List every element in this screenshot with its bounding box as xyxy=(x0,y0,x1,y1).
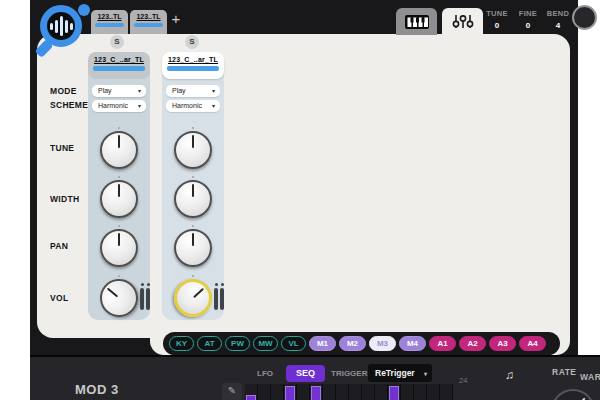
edit-pencil-icon[interactable]: ✎ xyxy=(222,383,242,400)
bend-label: BEND xyxy=(543,9,573,18)
seq-tab-active[interactable]: SEQ xyxy=(286,365,325,382)
seq-step[interactable] xyxy=(323,384,336,400)
pan-row-label: PAN xyxy=(50,241,68,251)
mod-source-a4[interactable]: A4 xyxy=(519,336,546,351)
seq-step[interactable] xyxy=(271,384,284,400)
keyboard-view-button[interactable] xyxy=(396,8,437,35)
tune-knob-strip-1[interactable] xyxy=(100,131,138,169)
header-edge-knob[interactable] xyxy=(572,5,597,30)
bend-value: 4 xyxy=(543,21,573,30)
level-meter-strip-1 xyxy=(140,283,150,310)
trigger-label: TRIGGER xyxy=(331,369,367,378)
warp-label: WARP xyxy=(580,372,600,382)
preset-tab-label: 123..TL xyxy=(130,13,167,20)
scheme-value: Harmonic xyxy=(98,102,128,109)
tab-accent-bar xyxy=(134,23,163,27)
seq-step[interactable] xyxy=(362,384,375,400)
trigger-mode-dropdown[interactable]: ReTrigger ▾ xyxy=(368,364,432,382)
seq-step[interactable] xyxy=(336,384,349,400)
seq-step[interactable] xyxy=(427,384,440,400)
scheme-dropdown-strip-1[interactable]: Harmonic ▾ xyxy=(92,100,146,112)
chevron-down-icon: ▾ xyxy=(138,100,141,112)
chevron-down-icon: ▾ xyxy=(424,365,427,383)
seq-step[interactable] xyxy=(414,384,427,400)
sample-accent-bar xyxy=(167,66,219,71)
mod-source-a3[interactable]: A3 xyxy=(489,336,516,351)
level-meter-strip-2 xyxy=(214,283,224,310)
fine-value: 0 xyxy=(513,21,543,30)
piano-keys-icon xyxy=(405,15,429,29)
scheme-dropdown-strip-2[interactable]: Harmonic ▾ xyxy=(166,100,220,112)
sample-header-strip-1[interactable]: 123_C_..ar_TL xyxy=(88,52,150,79)
mod-source-m4[interactable]: M4 xyxy=(399,336,426,351)
mode-value: Play xyxy=(98,87,112,94)
tune-value: 0 xyxy=(482,21,512,30)
mod-source-mw[interactable]: MW xyxy=(253,336,278,351)
seq-step[interactable] xyxy=(388,384,401,400)
chevron-down-icon: ▾ xyxy=(138,85,141,97)
seq-step[interactable] xyxy=(258,384,271,400)
trigger-mode-value: ReTrigger xyxy=(375,368,415,378)
seq-step[interactable] xyxy=(401,384,414,400)
chevron-down-icon: ▾ xyxy=(212,100,215,112)
seq-step[interactable] xyxy=(284,384,297,400)
mode-dropdown-strip-1[interactable]: Play ▾ xyxy=(92,85,146,97)
sample-header-strip-2[interactable]: 123_C_..ar_TL xyxy=(162,52,224,79)
scheme-value: Harmonic xyxy=(172,102,202,109)
mod-source-m2[interactable]: M2 xyxy=(339,336,366,351)
mod-source-vl[interactable]: VL xyxy=(281,336,306,351)
waveform-magnifier-icon xyxy=(40,5,82,47)
plugin-window: 123..TL 123..TL + TUNE 0 xyxy=(0,0,600,400)
mod-source-pw[interactable]: PW xyxy=(225,336,250,351)
sample-name: 123_C_..ar_TL xyxy=(88,56,150,63)
width-row-label: WIDTH xyxy=(50,194,79,204)
scheme-row-label: SCHEME xyxy=(50,100,88,110)
global-bend[interactable]: BEND 4 xyxy=(543,9,573,30)
mod-source-a1[interactable]: A1 xyxy=(429,336,456,351)
width-knob-strip-2[interactable] xyxy=(174,180,212,218)
seq-step[interactable] xyxy=(440,384,453,400)
mod-source-ky[interactable]: KY xyxy=(169,336,194,351)
seq-step[interactable] xyxy=(375,384,388,400)
global-fine[interactable]: FINE 0 xyxy=(513,9,543,30)
preset-tab-label: 123..TL xyxy=(91,13,128,20)
rate-label: RATE xyxy=(552,367,577,377)
mod-source-m3-active[interactable]: M3 xyxy=(369,336,396,351)
preset-tab-2[interactable]: 123..TL xyxy=(130,10,167,34)
mode-row-label: MODE xyxy=(50,86,77,96)
vol-knob-strip-2[interactable] xyxy=(174,279,212,317)
chevron-down-icon: ▾ xyxy=(212,85,215,97)
seq-step[interactable] xyxy=(349,384,362,400)
logo-dot xyxy=(78,4,90,16)
mod-source-m1[interactable]: M1 xyxy=(309,336,336,351)
width-knob-strip-1[interactable] xyxy=(100,180,138,218)
seq-step[interactable] xyxy=(245,384,258,400)
mod-source-a2[interactable]: A2 xyxy=(459,336,486,351)
seq-step[interactable] xyxy=(310,384,323,400)
fine-label: FINE xyxy=(513,9,543,18)
seq-step[interactable] xyxy=(297,384,310,400)
lfo-tab[interactable]: LFO xyxy=(257,369,273,378)
tune-knob-strip-2[interactable] xyxy=(174,131,212,169)
solo-button-strip-2[interactable]: S xyxy=(185,35,199,49)
solo-button-strip-1[interactable]: S xyxy=(110,35,124,49)
mode-dropdown-strip-2[interactable]: Play ▾ xyxy=(166,85,220,97)
pan-knob-strip-2[interactable] xyxy=(174,229,212,267)
mod-source-row: KY AT PW MW VL M1 M2 M3 M4 A1 A2 A3 A4 xyxy=(163,332,560,355)
tempo-sync-note-icon[interactable]: ♫ xyxy=(505,368,514,382)
mixer-view-button[interactable] xyxy=(442,8,483,35)
mod-source-at[interactable]: AT xyxy=(197,336,222,351)
tab-accent-bar xyxy=(95,23,124,27)
mode-value: Play xyxy=(172,87,186,94)
global-tune[interactable]: TUNE 0 xyxy=(482,9,512,30)
add-tab-button[interactable]: + xyxy=(168,10,184,28)
pan-knob-strip-1[interactable] xyxy=(100,229,138,267)
steps-count: 24 xyxy=(459,376,467,385)
vol-knob-strip-1[interactable] xyxy=(100,279,138,317)
tune-row-label: TUNE xyxy=(50,143,74,153)
tune-label: TUNE xyxy=(482,9,512,18)
step-sequencer xyxy=(245,384,453,400)
preset-tab-1[interactable]: 123..TL xyxy=(91,10,128,34)
vol-row-label: VOL xyxy=(50,293,68,303)
sliders-icon xyxy=(451,13,475,30)
